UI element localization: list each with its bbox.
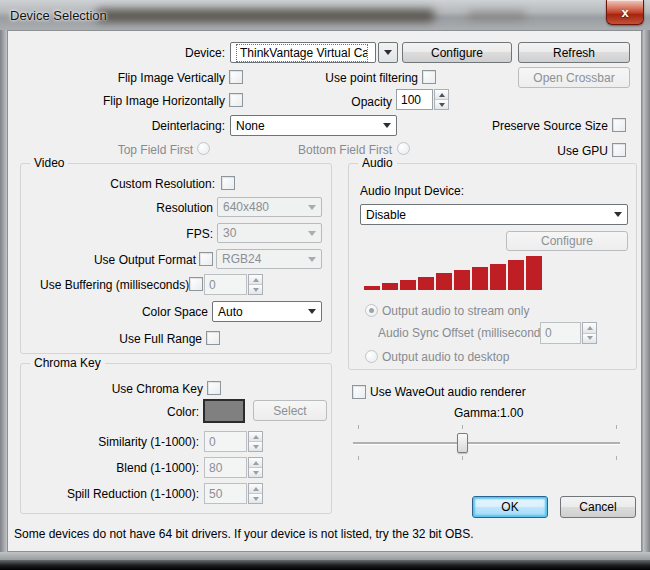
resolution-value: 640x480: [223, 200, 269, 214]
output-stream-only-label: Output audio to stream only: [382, 304, 529, 318]
color-space-combobox[interactable]: Auto: [212, 301, 322, 322]
title-bar[interactable]: Device Selection: [0, 0, 650, 31]
device-combobox[interactable]: ThinkVantage Virtual Camera: [230, 42, 376, 63]
fps-combobox: 30: [217, 223, 322, 243]
audio-level-bar: [490, 264, 506, 290]
spin-up-icon: [587, 326, 593, 330]
output-format-label: Use Output Format: [78, 253, 196, 267]
audio-input-device-label: Audio Input Device:: [360, 184, 464, 198]
chroma-color-swatch: [203, 399, 245, 423]
chroma-select-button: Select: [253, 400, 327, 421]
use-chroma-key-checkbox[interactable]: [207, 381, 221, 395]
buffering-spinner: 0: [204, 274, 263, 295]
audio-input-device-combobox[interactable]: Disable: [360, 204, 628, 225]
custom-resolution-checkbox[interactable]: [221, 176, 235, 190]
color-space-label: Color Space: [120, 305, 208, 319]
spin-up-icon: [253, 461, 259, 465]
audio-sync-offset-value: 0: [540, 322, 581, 344]
cancel-button[interactable]: Cancel: [560, 496, 636, 518]
flip-horizontally-label: Flip Image Horizontally: [60, 94, 225, 108]
spin-up-icon: [253, 278, 259, 282]
spin-up-icon: [253, 487, 259, 491]
ok-button[interactable]: OK: [472, 496, 548, 518]
buffering-label: Use Buffering (milliseconds):: [40, 278, 186, 292]
device-selection-dialog: Device Selection x Device: ThinkVantage …: [0, 0, 650, 570]
similarity-spinner: 0: [204, 431, 263, 452]
blend-label: Blend (1-1000):: [80, 461, 199, 475]
output-format-checkbox[interactable]: [199, 252, 213, 266]
flip-vertically-label: Flip Image Vertically: [60, 71, 225, 85]
chevron-down-icon: [383, 123, 391, 128]
spin-down-icon: [587, 336, 593, 340]
output-desktop-label: Output audio to desktop: [382, 350, 509, 364]
buffering-checkbox[interactable]: [189, 277, 203, 291]
audio-group-title: Audio: [358, 156, 397, 170]
blend-value: 80: [204, 457, 247, 478]
window-frame-right: [643, 30, 650, 558]
spill-reduction-spinner: 50: [204, 483, 263, 504]
resolution-combobox: 640x480: [217, 197, 322, 217]
footer-note: Some devices do not have 64 bit drivers.…: [14, 527, 474, 541]
chevron-down-icon: [308, 257, 316, 262]
slider-tick: [358, 425, 359, 429]
opacity-value: 100: [396, 89, 433, 110]
audio-level-bar: [382, 283, 398, 290]
use-gpu-checkbox[interactable]: [612, 143, 626, 157]
top-field-first-label: Top Field First: [88, 143, 193, 157]
window-shadow: [0, 560, 650, 570]
audio-level-bar: [400, 280, 416, 290]
chevron-down-icon: [308, 309, 316, 314]
chroma-color-label: Color:: [140, 405, 199, 419]
spin-down-icon: [439, 103, 445, 107]
spin-up-icon: [439, 93, 445, 97]
chroma-key-group-title: Chroma Key: [30, 356, 105, 370]
gamma-slider-track[interactable]: [353, 442, 620, 445]
device-combobox-dropdown-button[interactable]: [378, 42, 398, 63]
refresh-button[interactable]: Refresh: [518, 42, 630, 63]
output-desktop-radio: [365, 350, 378, 363]
chevron-down-icon: [614, 212, 622, 217]
flip-vertically-checkbox[interactable]: [229, 70, 243, 84]
opacity-spin-buttons[interactable]: [434, 89, 449, 110]
similarity-label: Similarity (1-1000):: [60, 435, 199, 449]
flip-horizontally-checkbox[interactable]: [229, 93, 243, 107]
fps-label: FPS:: [95, 227, 213, 241]
device-label: Device:: [120, 46, 225, 60]
full-range-checkbox[interactable]: [206, 331, 220, 345]
device-combobox-value: ThinkVantage Virtual Camera: [236, 44, 368, 62]
gamma-value: 1.00: [500, 406, 523, 420]
output-stream-only-radio: [365, 304, 378, 317]
video-group-title: Video: [30, 156, 68, 170]
deinterlacing-label: Deinterlacing:: [100, 119, 225, 133]
close-button[interactable]: x: [606, 0, 644, 25]
spill-reduction-value: 50: [204, 483, 247, 504]
slider-tick: [462, 425, 463, 429]
slider-tick: [358, 456, 359, 460]
opacity-spinner[interactable]: 100: [396, 89, 449, 110]
buffering-value: 0: [204, 274, 247, 295]
color-space-value: Auto: [218, 305, 243, 319]
configure-button[interactable]: Configure: [402, 42, 512, 63]
chevron-down-icon: [308, 205, 316, 210]
similarity-value: 0: [204, 431, 247, 452]
preserve-source-size-label: Preserve Source Size: [480, 119, 608, 133]
spin-down-icon: [253, 497, 259, 501]
blurred-background-decoration: [468, 11, 526, 20]
close-icon: x: [621, 6, 628, 19]
waveout-checkbox[interactable]: [352, 385, 366, 399]
audio-level-bar: [508, 260, 524, 290]
spin-up-icon: [253, 435, 259, 439]
gamma-slider-thumb[interactable]: [457, 433, 468, 453]
resolution-label: Resolution: [95, 201, 213, 215]
bottom-field-first-radio: [397, 142, 410, 155]
point-filtering-label: Use point filtering: [280, 71, 418, 85]
point-filtering-checkbox[interactable]: [422, 70, 436, 84]
fps-value: 30: [223, 226, 236, 240]
audio-level-bar: [436, 273, 452, 290]
deinterlacing-combobox[interactable]: None: [230, 115, 397, 136]
window-title: Device Selection: [10, 8, 107, 23]
chevron-down-icon: [384, 50, 392, 55]
audio-level-bar: [454, 270, 470, 290]
preserve-source-size-checkbox[interactable]: [612, 118, 626, 132]
audio-level-meter: [364, 256, 542, 290]
